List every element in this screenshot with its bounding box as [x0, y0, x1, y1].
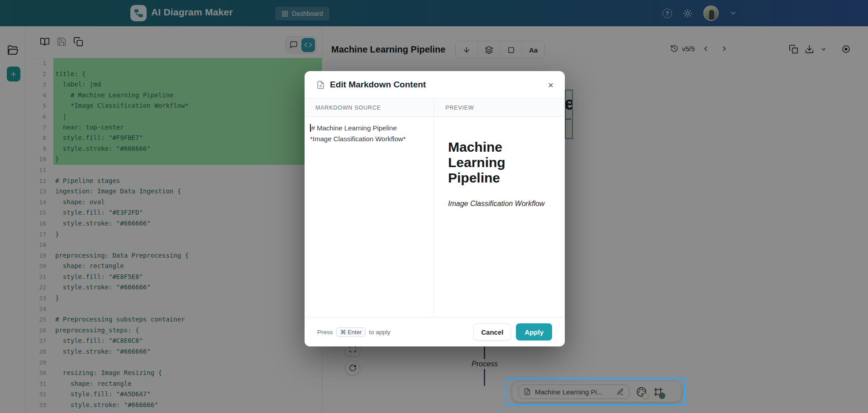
preview-subtitle: Image Classification Workflow [448, 200, 556, 208]
modal-column-headers: MARKDOWN SOURCE PREVIEW [305, 98, 565, 117]
modal-column-divider [434, 98, 434, 317]
markdown-source-editor[interactable]: # Machine Learning Pipeline*Image Classi… [305, 117, 434, 317]
cmd-enter-kbd: ⌘ Enter [336, 327, 366, 337]
shortcut-hint: Press ⌘ Enter to apply [317, 327, 391, 337]
app-root: AI Diagram Maker Dashboard ? [0, 0, 868, 413]
source-line: # Machine Learning Pipeline [310, 123, 428, 134]
preview-heading: Machine Learning Pipeline [448, 139, 532, 186]
cancel-button[interactable]: Cancel [473, 323, 511, 341]
file-text-icon [316, 81, 325, 89]
modal-title: Edit Markdown Content [330, 80, 426, 90]
source-line: *Image Classification Workflow* [310, 134, 428, 144]
close-modal-button[interactable]: ✕ [545, 79, 557, 91]
modal-footer: Press ⌘ Enter to apply Cancel Apply [305, 317, 565, 346]
edit-markdown-modal: Edit Markdown Content ✕ MARKDOWN SOURCE … [305, 71, 565, 346]
markdown-preview: Machine Learning Pipeline Image Classifi… [434, 117, 565, 317]
modal-body: # Machine Learning Pipeline*Image Classi… [305, 117, 565, 317]
modal-header: Edit Markdown Content ✕ [305, 71, 565, 98]
preview-column-header: PREVIEW [434, 99, 474, 116]
apply-button[interactable]: Apply [516, 323, 552, 341]
hint-press: Press [317, 329, 333, 336]
source-column-header: MARKDOWN SOURCE [305, 99, 434, 116]
close-icon: ✕ [548, 81, 553, 90]
hint-suffix: to apply [369, 329, 390, 336]
text-caret [310, 124, 311, 132]
